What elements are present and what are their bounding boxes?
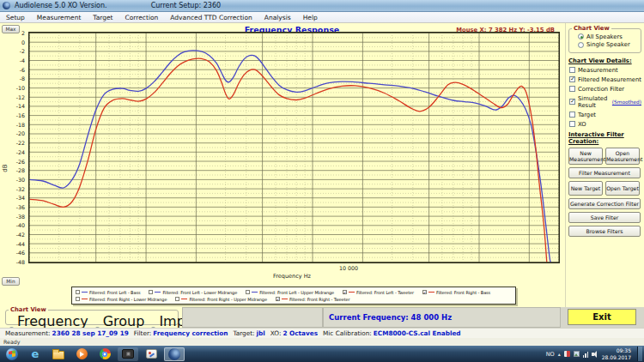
radio-all-speakers[interactable]: All Speakers (578, 33, 638, 40)
legend-item-label: Filtered: Front Left - Bass (89, 290, 140, 295)
menu-item-advanced-ttd-correction[interactable]: Advanced TTD Correction (164, 14, 258, 21)
simulated-result-smoothed-link[interactable]: (Smoothed) (612, 100, 641, 105)
checkbox-filtered-measurement[interactable]: Filtered Measurement (569, 76, 641, 83)
legend-line-swatch (428, 292, 434, 293)
legend-item-label: Filtered: Front Left - Upper Midrange (259, 290, 334, 295)
menu-item-setup[interactable]: Setup (0, 14, 31, 21)
menu-bar: SetupMeasurementTargetCorrectionAdvanced… (0, 12, 644, 23)
radio-label: Single Speaker (586, 41, 630, 48)
taskbar-button-media-player[interactable] (71, 347, 92, 361)
start-icon (6, 348, 18, 360)
legend-line-swatch (282, 299, 288, 299)
menu-item-help[interactable]: Help (297, 14, 324, 21)
status-xo: XO:2 Octaves (270, 329, 318, 337)
chart-view-group: Chart View All SpeakersSingle Speaker (568, 25, 641, 53)
media-player-icon (76, 348, 88, 359)
checkbox-box[interactable] (569, 76, 575, 82)
x-axis-tick-label: 10 000 (331, 265, 366, 271)
menu-item-target[interactable]: Target (87, 14, 118, 21)
taskbar-button-internet-explorer[interactable] (25, 347, 46, 361)
checkbox-simulated-result[interactable]: Simulated Result(Smoothed) (569, 95, 641, 109)
menu-item-measurement[interactable]: Measurement (31, 14, 88, 21)
legend-checkbox[interactable] (343, 290, 347, 294)
checkbox-label: Correction Filter (578, 86, 624, 93)
taskbar-button-chrome[interactable] (94, 347, 115, 361)
taskbar-button-explorer[interactable] (48, 347, 69, 361)
open-target-button[interactable]: Open Target (605, 181, 640, 196)
filter-measurement-button[interactable]: Filter Measurement (568, 167, 641, 178)
chart-view-details-checkboxes: MeasurementFiltered MeasurementCorrectio… (568, 67, 641, 128)
status-label: Measurement: (5, 329, 51, 337)
windows-flag-icon (9, 350, 15, 357)
checkbox-xo[interactable]: XO (569, 121, 641, 128)
taskbar-button-recorder[interactable] (118, 347, 138, 361)
checkbox-target[interactable]: Target (569, 112, 641, 118)
radio-single-speaker[interactable]: Single Speaker (578, 41, 638, 48)
legend-item-filtered-front-left-upper-midrange[interactable]: Filtered: Front Left - Upper Midrange (246, 290, 334, 295)
radio-button[interactable] (578, 42, 584, 48)
exit-button[interactable]: Exit (568, 309, 636, 325)
save-filter-button[interactable]: Save Filter (568, 212, 641, 223)
bottom-chart-view-group-label: Chart View (9, 306, 48, 313)
legend-checkbox[interactable] (175, 297, 179, 301)
y-axis-tick: -2 (0, 48, 25, 54)
system-tray: NO 09:35 28.09.2017 (546, 347, 644, 361)
y-axis-tick: -10 (0, 85, 25, 91)
menu-item-correction[interactable]: Correction (119, 14, 165, 21)
tray-flag-icon[interactable] (564, 351, 570, 357)
legend-item-filtered-front-right-upper-midrange[interactable]: Filtered: Front Right - Upper Midrange (175, 297, 267, 302)
checkbox-box[interactable] (569, 99, 575, 105)
legend-checkbox[interactable] (149, 290, 153, 294)
legend-item-filtered-front-right-lower-midrange[interactable]: Filtered: Front Right - Lower Midrange (76, 297, 167, 302)
generate-correction-filter-button[interactable]: Generate Correction Filter (568, 198, 641, 209)
checkbox-box[interactable] (569, 121, 575, 127)
y-axis-tick: -32 (0, 186, 25, 192)
status-value: Frequency correction (153, 329, 228, 337)
checkbox-label: XO (578, 121, 586, 128)
legend-item-filtered-front-left-bass[interactable]: Filtered: Front Left - Bass (76, 290, 140, 295)
clock-date: 28.09.2017 (602, 354, 631, 361)
legend-item-label: Filtered: Front Right - Upper Midrange (189, 297, 267, 302)
frequency-response-plot[interactable] (28, 32, 560, 263)
radio-button[interactable] (578, 33, 584, 39)
language-indicator[interactable]: NO (546, 351, 555, 358)
status-target: Target:jbl (234, 329, 265, 337)
legend-item-filtered-front-left-tweeter[interactable]: Filtered: Front Left - Tweeter (343, 290, 414, 295)
legend-item-filtered-front-left-lower-midrange[interactable]: Filtered: Front Left - Lower Midrange (149, 290, 237, 295)
open-measurement-button[interactable]: Open Measurement (605, 148, 640, 165)
legend-item-label: Filtered: Front Right - Bass (436, 290, 490, 295)
taskbar-button-audiolense[interactable] (164, 347, 185, 361)
legend-checkbox[interactable] (76, 290, 80, 294)
audiolense-icon (168, 348, 180, 360)
tray-volume-icon[interactable] (592, 351, 597, 358)
chart-min-button[interactable]: Min (2, 277, 20, 286)
legend-checkbox[interactable] (422, 290, 427, 294)
y-axis-tick: -30 (0, 177, 25, 183)
checkbox-box[interactable] (569, 86, 575, 92)
legend-item-label: Filtered: Front Right - Tweeter (289, 297, 350, 302)
show-desktop-button[interactable] (637, 347, 642, 361)
status-label: Target: (234, 329, 255, 337)
checkbox-measurement[interactable]: Measurement (569, 67, 641, 74)
legend-checkbox[interactable] (246, 290, 250, 294)
y-axis-tick: -24 (0, 149, 25, 155)
legend-item-filtered-front-right-tweeter[interactable]: Filtered: Front Right - Tweeter (276, 297, 350, 302)
checkbox-box[interactable] (569, 112, 575, 118)
tray-photo-icon[interactable] (574, 351, 580, 357)
checkbox-correction-filter[interactable]: Correction Filter (569, 86, 641, 93)
y-axis-tick: -38 (0, 214, 25, 220)
taskbar-button-start[interactable] (2, 347, 22, 361)
taskbar-button-paint[interactable] (141, 347, 161, 361)
new-target-button[interactable]: New Target (568, 181, 603, 196)
legend-item-filtered-front-right-bass[interactable]: Filtered: Front Right - Bass (422, 290, 490, 295)
tray-expand-arrow-icon[interactable] (558, 351, 561, 357)
checkbox-box[interactable] (569, 67, 575, 73)
tray-network-icon[interactable] (583, 351, 589, 358)
legend-checkbox[interactable] (276, 297, 280, 301)
y-axis-tick: -42 (0, 232, 25, 238)
menu-item-analysis[interactable]: Analysis (258, 14, 297, 21)
taskbar-clock[interactable]: 09:35 28.09.2017 (602, 347, 631, 361)
legend-checkbox[interactable] (76, 297, 80, 301)
browse-filters-button[interactable]: Browse Filters (568, 226, 641, 237)
new-measurement-button[interactable]: New Measurement (568, 148, 603, 165)
